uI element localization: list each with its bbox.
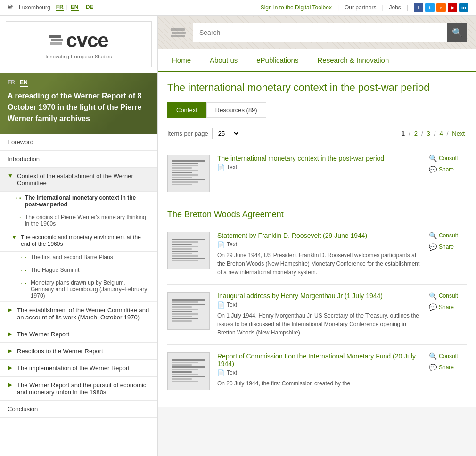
page-layer-1 (49, 35, 61, 38)
implementation-expand-icon: ▶ (8, 365, 14, 371)
establishment-expand-icon: ▶ (8, 307, 14, 313)
youtube-icon[interactable]: ▶ (448, 3, 457, 12)
top-bar-sep2: | (382, 4, 383, 11)
share-icon-4: 💬 (429, 364, 437, 371)
reactions-expand-icon: ▶ (8, 348, 14, 354)
share-label-4: Share (439, 364, 454, 371)
consult-btn-2[interactable]: 🔍 Consult (429, 232, 458, 239)
jobs-link[interactable]: Jobs (389, 4, 401, 11)
nav-item-establishment[interactable]: ▶ The establishment of the Werner Commit… (0, 302, 157, 326)
dot-icon-3: · (25, 254, 26, 261)
consult-label-3: Consult (439, 293, 458, 299)
implementation-label: The implementation of the Werner Report (17, 365, 130, 372)
share-btn-1[interactable]: 💬 Share (429, 166, 454, 173)
nav-item-context[interactable]: ▼ Context of the establishment of the We… (0, 168, 157, 192)
nav-sub-international-monetary[interactable]: · The international monetary context in … (0, 192, 157, 211)
tab-context[interactable]: Context (167, 102, 206, 118)
page-2[interactable]: 2 (412, 129, 419, 138)
werner-report-label: The Werner Report (17, 331, 69, 338)
share-btn-4[interactable]: 💬 Share (429, 364, 454, 371)
nav-item-introduction[interactable]: Introduction (0, 151, 157, 168)
linkedin-icon[interactable]: in (459, 3, 468, 12)
search-button[interactable]: 🔍 (447, 23, 467, 42)
nav-about[interactable]: About us (200, 49, 247, 71)
result-desc-4: On 20 July 1944, the first Commission cr… (217, 379, 421, 388)
result-thumb-2 (167, 232, 210, 269)
nav-item-economic-env[interactable]: ▼ The economic and monetary environment … (0, 230, 157, 252)
sidebar: cvce Innovating European Studies FR EN A… (0, 16, 158, 456)
werner-report-expand-icon: ▶ (8, 331, 14, 337)
lang-de[interactable]: DE (86, 4, 94, 11)
result-thumb-3 (167, 292, 210, 330)
consult-btn-1[interactable]: 🔍 Consult (429, 155, 458, 162)
result-title-2[interactable]: Statement by Franklin D. Roosevelt (29 J… (217, 232, 421, 239)
tab-bar: Context Resources (89) (167, 102, 467, 118)
result-desc-3: On 1 July 1944, Henry Morgenthau Jr, US … (217, 311, 421, 337)
nav-sub-barre-plans[interactable]: · The first and second Barre Plans (0, 252, 157, 264)
items-per-page-select[interactable]: 25 50 100 (212, 128, 240, 139)
page-next[interactable]: Next (450, 129, 467, 138)
nav-item-foreword[interactable]: Foreword (0, 134, 157, 151)
section-title-bretton-woods: The Bretton Woods Agreement (167, 210, 467, 220)
nav-item-pursuit-1980s[interactable]: ▶ The Werner Report and the pursuit of e… (0, 377, 157, 401)
share-btn-3[interactable]: 💬 Share (429, 303, 454, 311)
nav-item-werner-report[interactable]: ▶ The Werner Report (0, 326, 157, 343)
nav-item-reactions[interactable]: ▶ Reactions to the Werner Report (0, 343, 157, 360)
nav-research[interactable]: Research & Innovation (308, 49, 398, 71)
lang-fr[interactable]: FR (56, 4, 64, 11)
text-doc-icon-3: 📄 (217, 301, 225, 309)
thumb-lines-1 (172, 160, 205, 186)
cvce-logo[interactable]: cvce (49, 29, 108, 52)
nav-sub-hague-summit[interactable]: · The Hague Summit (0, 264, 157, 277)
nav-item-conclusion[interactable]: Conclusion (0, 401, 157, 418)
partners-link[interactable]: Our partners (345, 4, 376, 11)
nav-home[interactable]: Home (163, 49, 200, 71)
consult-btn-4[interactable]: 🔍 Consult (429, 352, 458, 360)
tab-resources[interactable]: Resources (89) (206, 102, 266, 118)
facebook-icon[interactable]: f (414, 3, 423, 12)
text-doc-icon-1: 📄 (217, 164, 225, 171)
social-icons: f t r ▶ in (414, 3, 468, 12)
rss-icon[interactable]: r (436, 3, 446, 12)
consult-icon-2: 🔍 (429, 232, 437, 239)
nav-sub-pierre-werner-label: The origins of Pierre Werner's monetary … (25, 214, 150, 227)
search-input[interactable] (193, 23, 447, 42)
share-label-1: Share (439, 166, 454, 173)
hague-summit-label: The Hague Summit (31, 267, 79, 273)
consult-icon-4: 🔍 (429, 352, 437, 360)
page-3[interactable]: 3 (425, 129, 432, 138)
result-type-2: 📄 Text (217, 241, 421, 248)
nav-epublications[interactable]: ePublications (247, 49, 308, 71)
share-label-3: Share (439, 304, 454, 310)
search-bar: 🔍 (158, 16, 476, 49)
sidebar-title-area: FR EN A rereading of the Werner Report o… (0, 73, 157, 134)
reactions-label: Reactions to the Werner Report (17, 348, 103, 355)
page-4[interactable]: 4 (437, 129, 444, 138)
sign-in-link[interactable]: Sign in to the Digital Toolbox (261, 4, 332, 11)
result-title-3[interactable]: Inaugural address by Henry Morgenthau Jr… (217, 292, 421, 300)
page-layer-3 (50, 42, 62, 45)
consult-btn-3[interactable]: 🔍 Consult (429, 292, 458, 300)
foreword-label: Foreword (8, 138, 33, 146)
result-title-1[interactable]: The international monetary context in th… (217, 155, 421, 162)
top-bar: 🏛 Luxembourg FR | EN | DE Sign in to the… (0, 0, 476, 16)
share-btn-2[interactable]: 💬 Share (429, 243, 454, 251)
nav-item-implementation[interactable]: ▶ The implementation of the Werner Repor… (0, 360, 157, 377)
sidebar-lang-switcher: FR EN (8, 79, 150, 90)
twitter-icon[interactable]: t (425, 3, 435, 12)
pursuit-expand-icon: ▶ (8, 382, 14, 388)
thumb-lines-2 (172, 239, 205, 262)
result-info-4: Report of Commission I on the Internatio… (217, 352, 421, 388)
nav-sub-pierre-werner[interactable]: · The origins of Pierre Werner's monetar… (0, 211, 157, 230)
sidebar-lang-fr[interactable]: FR (8, 79, 15, 87)
result-title-4[interactable]: Report of Commission I on the Internatio… (217, 352, 421, 367)
consult-icon-3: 🔍 (429, 292, 437, 300)
lang-en[interactable]: EN (71, 4, 79, 11)
top-bar-right: Sign in to the Digital Toolbox | Our par… (261, 3, 468, 12)
nav-sub-monetary-plans[interactable]: · Monetary plans drawn up by Belgium, Ge… (0, 277, 157, 302)
dot-icon-1: · (19, 195, 21, 202)
page-1[interactable]: 1 (400, 129, 407, 138)
sidebar-lang-en[interactable]: EN (20, 79, 28, 87)
establishment-label: The establishment of the Werner Committe… (17, 307, 150, 321)
sidebar-nav: Foreword Introduction ▼ Context of the e… (0, 134, 157, 418)
